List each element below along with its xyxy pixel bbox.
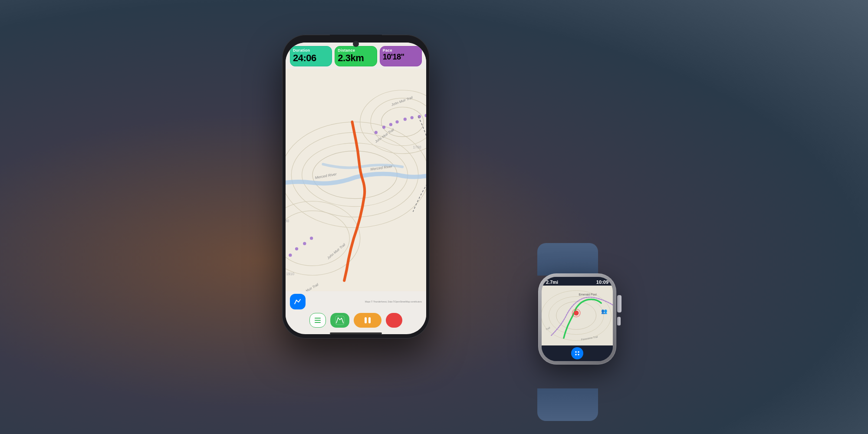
watch-crown <box>617 295 621 312</box>
svg-point-21 <box>303 242 306 245</box>
svg-text:1760: 1760 <box>413 145 421 149</box>
watch-side-button <box>617 317 621 326</box>
stop-button[interactable] <box>386 313 402 328</box>
watch-body: 2.7mi 10:09 <box>538 273 616 365</box>
pace-value: 10'18" <box>383 53 404 62</box>
watch-bottom-bar <box>542 345 613 361</box>
svg-point-57 <box>578 354 579 355</box>
svg-point-12 <box>389 123 392 126</box>
svg-rect-41 <box>368 317 371 323</box>
apple-watch: 2.7mi 10:09 <box>529 273 625 391</box>
svg-point-14 <box>404 118 407 121</box>
svg-point-34 <box>296 300 297 301</box>
scene: Duration 24:06 Distance 2.3km Pace 10'18… <box>260 22 608 412</box>
action-bar <box>286 311 426 331</box>
iphone-screen: Duration 24:06 Distance 2.3km Pace 10'18… <box>286 43 426 334</box>
map-area: Merced River Merced River John Muir Trai… <box>286 69 426 291</box>
bottom-bar: Maps © Thunderforest, Data ©OpenStreetMa… <box>286 291 426 311</box>
iphone-notch <box>330 35 382 40</box>
svg-text:1780: 1780 <box>286 219 289 224</box>
list-button[interactable] <box>309 313 326 328</box>
watch-band-top <box>537 243 598 276</box>
pace-card: Pace 10'18" <box>380 46 422 66</box>
svg-text:1910: 1910 <box>286 272 294 276</box>
svg-point-56 <box>575 354 577 355</box>
svg-point-48 <box>574 311 579 316</box>
svg-point-22 <box>310 237 313 240</box>
map-toggle-button[interactable] <box>330 313 349 328</box>
svg-point-16 <box>418 115 421 118</box>
svg-point-13 <box>395 120 398 123</box>
svg-point-11 <box>382 126 385 129</box>
svg-text:👥: 👥 <box>601 308 608 314</box>
svg-rect-36 <box>315 320 321 321</box>
watch-screen: 2.7mi 10:09 <box>542 277 613 361</box>
pause-button[interactable] <box>354 313 381 328</box>
svg-text:Emerald Pool: Emerald Pool <box>579 293 597 296</box>
map-icon <box>335 316 345 325</box>
home-indicator <box>330 332 382 334</box>
svg-rect-40 <box>365 317 367 323</box>
svg-point-15 <box>411 116 414 119</box>
svg-rect-35 <box>315 318 321 319</box>
grid-icon <box>574 350 581 357</box>
pace-label: Pace <box>383 48 392 53</box>
watch-map-svg: 👥 Emerald Pool Trail Panorama Trail <box>542 286 613 345</box>
watch-top-bar: 2.7mi 10:09 <box>542 277 613 286</box>
watch-time: 10:09 <box>596 279 608 285</box>
svg-rect-37 <box>315 322 321 323</box>
app-icon-button[interactable] <box>290 294 306 309</box>
distance-value: 2.3km <box>338 53 364 63</box>
svg-point-18 <box>295 247 298 250</box>
iphone-device: Duration 24:06 Distance 2.3km Pace 10'18… <box>282 35 430 339</box>
stop-icon <box>390 316 398 324</box>
list-icon <box>314 316 322 324</box>
maps-icon <box>293 297 302 306</box>
svg-point-19 <box>289 253 292 256</box>
copyright-text: Maps © Thunderforest, Data ©OpenStreetMa… <box>365 300 422 303</box>
duration-label: Duration <box>293 48 310 53</box>
distance-card: Distance 2.3km <box>335 46 377 66</box>
svg-point-10 <box>375 131 378 134</box>
svg-point-54 <box>575 351 577 353</box>
duration-card: Duration 24:06 <box>290 46 332 66</box>
map-svg: Merced River Merced River John Muir Trai… <box>286 69 426 291</box>
watch-band-bottom <box>537 388 598 421</box>
watch-distance: 2.7mi <box>546 279 558 285</box>
watch-app-grid-button[interactable] <box>571 347 583 359</box>
watch-map: 👥 Emerald Pool Trail Panorama Trail <box>542 286 613 345</box>
duration-value: 24:06 <box>293 53 316 63</box>
svg-point-55 <box>578 351 579 353</box>
distance-label: Distance <box>338 48 355 53</box>
pause-icon <box>363 316 372 325</box>
svg-rect-44 <box>542 286 613 345</box>
svg-rect-38 <box>335 316 345 325</box>
iphone-camera <box>353 41 359 47</box>
